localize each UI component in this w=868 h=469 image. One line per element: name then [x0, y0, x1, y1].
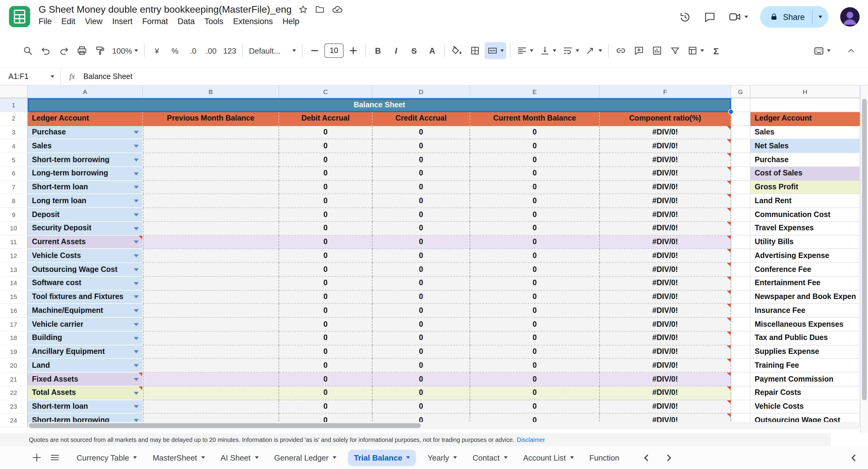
- cell-A15[interactable]: Tool fixtures and Fixtures: [28, 290, 143, 304]
- cell-H18[interactable]: Tax and Public Dues: [750, 332, 860, 345]
- cell-B17[interactable]: [143, 318, 279, 332]
- cell-E8[interactable]: 0: [470, 194, 600, 208]
- cell-A7[interactable]: Short-term loan: [28, 181, 143, 194]
- sheet-tab-ai-sheet[interactable]: AI Sheet: [213, 446, 267, 469]
- column-header-B[interactable]: B: [143, 86, 279, 98]
- font-size-input[interactable]: 10: [324, 43, 344, 58]
- dropdown-icon[interactable]: [134, 172, 138, 175]
- cell-G12[interactable]: [731, 249, 750, 263]
- cell-C2[interactable]: Debit Accrual: [279, 112, 373, 126]
- cell-E19[interactable]: 0: [470, 345, 600, 359]
- cell-D23[interactable]: 0: [373, 400, 470, 414]
- cell-B21[interactable]: [143, 373, 279, 386]
- row-header-24[interactable]: 24: [0, 414, 28, 428]
- cell-F19[interactable]: #DIV/0!: [600, 345, 731, 359]
- share-button[interactable]: Share: [760, 6, 828, 28]
- cell-C6[interactable]: 0: [279, 167, 373, 181]
- cell-F22[interactable]: #DIV/0!: [600, 386, 731, 400]
- cell-E4[interactable]: 0: [470, 139, 600, 153]
- comments-icon[interactable]: [704, 10, 716, 23]
- cell-A19[interactable]: Ancillary Equipment: [28, 345, 143, 359]
- hide-toolbar-button[interactable]: [843, 42, 860, 59]
- cell-E23[interactable]: 0: [470, 400, 600, 414]
- cell-A18[interactable]: Building: [28, 332, 143, 345]
- cell-F13[interactable]: #DIV/0!: [600, 263, 731, 277]
- row-header-2[interactable]: 2: [0, 112, 28, 126]
- cell-C7[interactable]: 0: [279, 181, 373, 194]
- cell-H1[interactable]: [750, 98, 860, 112]
- cell-C18[interactable]: 0: [279, 332, 373, 345]
- cell-A8[interactable]: Long term loan: [28, 194, 143, 208]
- cell-E13[interactable]: 0: [470, 263, 600, 277]
- sheet-tab-account-list[interactable]: Account List: [516, 446, 582, 469]
- tab-menu-caret[interactable]: [201, 456, 205, 459]
- cell-F10[interactable]: #DIV/0!: [600, 222, 731, 236]
- cell-H20[interactable]: Training Fee: [750, 359, 860, 373]
- tab-menu-caret[interactable]: [133, 456, 137, 459]
- cell-B6[interactable]: [143, 167, 279, 181]
- cell-G19[interactable]: [731, 345, 750, 359]
- cell-F8[interactable]: #DIV/0!: [600, 194, 731, 208]
- dropdown-icon[interactable]: [134, 199, 138, 202]
- decrease-font-size-button[interactable]: [306, 42, 323, 59]
- cell-D7[interactable]: 0: [373, 181, 470, 194]
- cell-A22[interactable]: Total Assets: [28, 386, 143, 400]
- cell-A1-balance-sheet-title[interactable]: Balance Sheet: [28, 98, 731, 112]
- dropdown-icon[interactable]: [134, 268, 138, 271]
- filter-views-button[interactable]: [685, 42, 707, 59]
- cell-H17[interactable]: Miscellaneous Expenses: [750, 318, 860, 332]
- cell-F18[interactable]: #DIV/0!: [600, 332, 731, 345]
- format-percent-button[interactable]: %: [167, 42, 184, 59]
- tab-menu-caret[interactable]: [570, 456, 574, 459]
- chevron-down-icon[interactable]: [500, 50, 504, 52]
- row-header-5[interactable]: 5: [0, 153, 28, 167]
- cell-H22[interactable]: Repair Costs: [750, 386, 860, 400]
- dropdown-icon[interactable]: [134, 296, 138, 299]
- cell-E5[interactable]: 0: [470, 153, 600, 167]
- redo-button[interactable]: [56, 42, 72, 59]
- undo-button[interactable]: [37, 42, 54, 59]
- functions-button[interactable]: Σ: [708, 42, 724, 59]
- cell-A2[interactable]: Ledger Account: [28, 112, 143, 126]
- cell-B13[interactable]: [143, 263, 279, 277]
- cell-C16[interactable]: 0: [279, 304, 373, 318]
- cell-D8[interactable]: 0: [373, 194, 470, 208]
- dropdown-icon[interactable]: [134, 309, 138, 312]
- format-currency-button[interactable]: ¥: [149, 42, 165, 59]
- cell-D22[interactable]: 0: [373, 386, 470, 400]
- cell-B7[interactable]: [143, 181, 279, 194]
- cell-H8[interactable]: Land Rent: [750, 194, 860, 208]
- menu-tools[interactable]: Tools: [199, 16, 228, 27]
- cell-C21[interactable]: 0: [279, 373, 373, 386]
- row-header-1[interactable]: 1: [0, 98, 28, 112]
- cell-G14[interactable]: [731, 277, 750, 290]
- cell-H5[interactable]: Purchase: [750, 153, 860, 167]
- horizontal-scrollbar-thumb[interactable]: [29, 423, 421, 428]
- cell-D12[interactable]: 0: [373, 249, 470, 263]
- cell-D20[interactable]: 0: [373, 359, 470, 373]
- cell-B12[interactable]: [143, 249, 279, 263]
- chevron-down-icon[interactable]: [576, 50, 579, 52]
- dropdown-icon[interactable]: [134, 131, 138, 134]
- cell-G7[interactable]: [731, 181, 750, 194]
- cell-F2[interactable]: Component ratio(%): [600, 112, 731, 126]
- dropdown-icon[interactable]: [134, 378, 138, 381]
- cell-C23[interactable]: 0: [279, 400, 373, 414]
- all-sheets-button[interactable]: [46, 448, 64, 467]
- cell-D10[interactable]: 0: [373, 222, 470, 236]
- row-header-9[interactable]: 9: [0, 208, 28, 222]
- chevron-down-icon[interactable]: [598, 50, 602, 52]
- cell-E11[interactable]: 0: [470, 236, 600, 249]
- cell-G3[interactable]: [731, 126, 750, 139]
- cell-H19[interactable]: Supplies Expense: [750, 345, 860, 359]
- cell-C5[interactable]: 0: [279, 153, 373, 167]
- row-header-22[interactable]: 22: [0, 386, 28, 400]
- cell-C11[interactable]: 0: [279, 236, 373, 249]
- strikethrough-button[interactable]: S: [406, 42, 423, 59]
- cell-C15[interactable]: 0: [279, 290, 373, 304]
- row-header-13[interactable]: 13: [0, 263, 28, 277]
- chevron-down-icon[interactable]: [51, 75, 54, 78]
- cell-H16[interactable]: Insurance Fee: [750, 304, 860, 318]
- cell-E12[interactable]: 0: [470, 249, 600, 263]
- cell-H7[interactable]: Gross Profit: [750, 181, 860, 194]
